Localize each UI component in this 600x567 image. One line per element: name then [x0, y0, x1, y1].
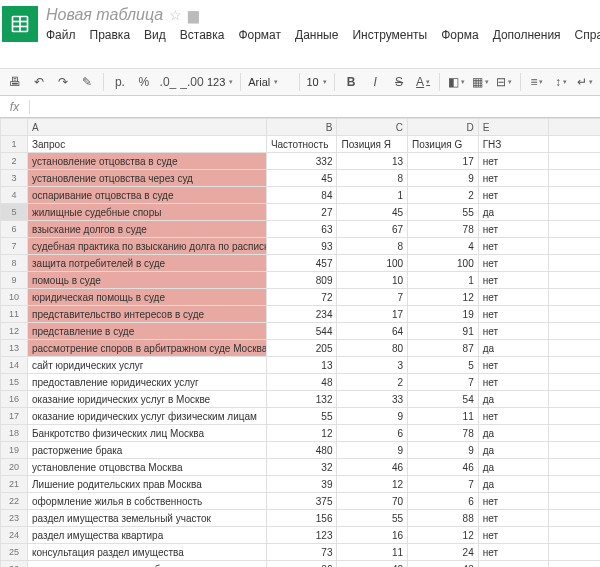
- cell[interactable]: 64: [337, 323, 408, 340]
- cell[interactable]: юридическая помощь в суде: [28, 289, 267, 306]
- cell[interactable]: 67: [337, 221, 408, 238]
- cell[interactable]: 72: [266, 289, 337, 306]
- cell[interactable]: 93: [266, 238, 337, 255]
- cell[interactable]: 55: [337, 510, 408, 527]
- cell[interactable]: Запрос: [28, 136, 267, 153]
- cell[interactable]: 156: [266, 510, 337, 527]
- cell[interactable]: нет: [478, 561, 549, 568]
- percent-button[interactable]: %: [133, 71, 155, 93]
- cell[interactable]: 24: [408, 544, 479, 561]
- cell[interactable]: 54: [408, 391, 479, 408]
- cell[interactable]: 8: [337, 238, 408, 255]
- row-header[interactable]: 2: [1, 153, 28, 170]
- cell[interactable]: [549, 476, 600, 493]
- cell[interactable]: [549, 459, 600, 476]
- strike-button[interactable]: S: [388, 71, 410, 93]
- cell[interactable]: 55: [266, 408, 337, 425]
- cell[interactable]: представление в суде: [28, 323, 267, 340]
- text-color-button[interactable]: A: [412, 71, 434, 93]
- cell[interactable]: 27: [266, 204, 337, 221]
- cell[interactable]: 19: [408, 306, 479, 323]
- cell[interactable]: [549, 374, 600, 391]
- dec-more-button[interactable]: _.00: [181, 71, 203, 93]
- cell[interactable]: помощь в суде: [28, 272, 267, 289]
- folder-icon[interactable]: ▆: [188, 7, 199, 23]
- cell[interactable]: [549, 493, 600, 510]
- row-header[interactable]: 23: [1, 510, 28, 527]
- paint-icon[interactable]: ✎: [76, 71, 98, 93]
- col-header[interactable]: F: [549, 119, 600, 136]
- cell[interactable]: 809: [266, 272, 337, 289]
- document-title[interactable]: Новая таблица: [46, 6, 163, 24]
- row-header[interactable]: 1: [1, 136, 28, 153]
- cell[interactable]: нет: [478, 408, 549, 425]
- cell[interactable]: да: [478, 425, 549, 442]
- cell[interactable]: [549, 357, 600, 374]
- row-header[interactable]: 21: [1, 476, 28, 493]
- row-header[interactable]: 20: [1, 459, 28, 476]
- cell[interactable]: 480: [266, 442, 337, 459]
- row-header[interactable]: 18: [1, 425, 28, 442]
- cell[interactable]: жилищные судебные споры: [28, 204, 267, 221]
- menu-view[interactable]: Вид: [144, 28, 166, 64]
- row-header[interactable]: 6: [1, 221, 28, 238]
- cell[interactable]: 1: [337, 187, 408, 204]
- cell[interactable]: нет: [478, 289, 549, 306]
- cell[interactable]: нет: [478, 221, 549, 238]
- formula-input[interactable]: [30, 97, 600, 117]
- cell[interactable]: 17: [408, 153, 479, 170]
- cell[interactable]: да: [478, 476, 549, 493]
- cell[interactable]: 9: [337, 408, 408, 425]
- cell[interactable]: [549, 255, 600, 272]
- row-header[interactable]: 25: [1, 544, 28, 561]
- row-header[interactable]: 17: [1, 408, 28, 425]
- cell[interactable]: 88: [408, 510, 479, 527]
- font-size-select[interactable]: 10: [304, 76, 329, 88]
- cell[interactable]: 12: [337, 476, 408, 493]
- italic-button[interactable]: I: [364, 71, 386, 93]
- cell[interactable]: [549, 238, 600, 255]
- cell[interactable]: нет: [478, 357, 549, 374]
- cell[interactable]: 1: [408, 272, 479, 289]
- cell[interactable]: сайт юридических услуг: [28, 357, 267, 374]
- cell[interactable]: установление отцовства Москва: [28, 459, 267, 476]
- row-header[interactable]: 4: [1, 187, 28, 204]
- row-header[interactable]: 15: [1, 374, 28, 391]
- cell[interactable]: [549, 153, 600, 170]
- row-header[interactable]: 24: [1, 527, 28, 544]
- cell[interactable]: установление отцовства через суд: [28, 170, 267, 187]
- cell[interactable]: нет: [478, 255, 549, 272]
- cell[interactable]: 12: [408, 289, 479, 306]
- cell[interactable]: [549, 561, 600, 568]
- cell[interactable]: [549, 221, 600, 238]
- row-header[interactable]: 13: [1, 340, 28, 357]
- cell[interactable]: нет: [478, 527, 549, 544]
- cell[interactable]: 73: [266, 544, 337, 561]
- cell[interactable]: 63: [266, 221, 337, 238]
- cell[interactable]: 457: [266, 255, 337, 272]
- cell[interactable]: установление отцовства в суде: [28, 153, 267, 170]
- cell[interactable]: нет: [478, 374, 549, 391]
- cell[interactable]: оказание юридических услуг физическим ли…: [28, 408, 267, 425]
- cell[interactable]: 32: [266, 459, 337, 476]
- cell[interactable]: 39: [266, 476, 337, 493]
- cell[interactable]: представительство интересов в суде: [28, 306, 267, 323]
- cell[interactable]: нет: [478, 493, 549, 510]
- valign-icon[interactable]: ↕: [550, 71, 572, 93]
- row-header[interactable]: 5: [1, 204, 28, 221]
- menu-tools[interactable]: Инструменты: [352, 28, 427, 64]
- cell[interactable]: 12: [408, 527, 479, 544]
- cell[interactable]: 55: [408, 204, 479, 221]
- cell[interactable]: да: [478, 340, 549, 357]
- cell[interactable]: 43: [408, 561, 479, 568]
- cell[interactable]: 16: [337, 527, 408, 544]
- menu-form[interactable]: Форма: [441, 28, 478, 64]
- cell[interactable]: судебная практика по взысканию долга по …: [28, 238, 267, 255]
- row-header[interactable]: 14: [1, 357, 28, 374]
- cell[interactable]: Частотность: [266, 136, 337, 153]
- cell[interactable]: [549, 187, 600, 204]
- cell[interactable]: нет: [478, 170, 549, 187]
- menu-addons[interactable]: Дополнения: [493, 28, 561, 64]
- row-header[interactable]: 7: [1, 238, 28, 255]
- font-select[interactable]: Arial: [246, 76, 293, 88]
